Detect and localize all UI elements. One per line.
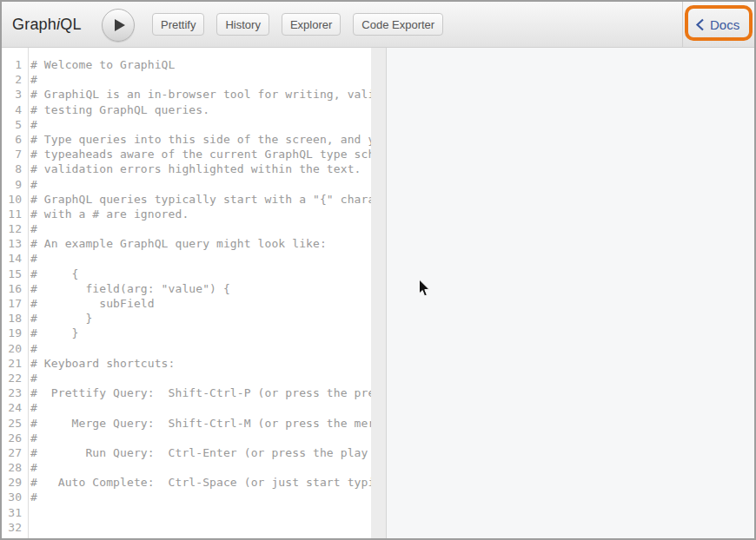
line-number: 19 — [2, 326, 28, 340]
line-number: 29 — [2, 475, 28, 490]
code-line: # — [30, 400, 371, 415]
line-number: 11 — [2, 207, 28, 221]
line-number: 27 — [2, 445, 28, 460]
code-line: # Prettify Query: Shift-Ctrl-P (or press… — [30, 385, 371, 400]
code-line: # Merge Query: Shift-Ctrl-M (or press th… — [30, 416, 371, 431]
code-line: # — [30, 490, 371, 504]
query-editor-pane[interactable]: 1234567891011121314151617181920212223242… — [2, 48, 371, 538]
result-pane — [387, 48, 754, 538]
docs-button[interactable]: Docs — [695, 2, 739, 47]
code-line: # An example GraphQL query might look li… — [30, 236, 371, 251]
line-number: 23 — [2, 385, 28, 400]
line-number: 2 — [2, 72, 28, 87]
line-number: 30 — [2, 490, 28, 504]
code-line: # subField — [30, 296, 371, 311]
code-line: # — [30, 431, 371, 445]
line-number: 15 — [2, 267, 28, 281]
line-number: 1 — [2, 57, 28, 72]
line-number: 3 — [2, 87, 28, 102]
line-number: 17 — [2, 296, 28, 311]
line-number: 10 — [2, 192, 28, 207]
line-number: 22 — [2, 371, 28, 385]
line-number: 24 — [2, 400, 28, 415]
logo-text-graph: Graph — [12, 16, 56, 34]
line-number: 16 — [2, 281, 28, 296]
app-logo: GraphiQL — [12, 2, 82, 47]
main-content: 1234567891011121314151617181920212223242… — [2, 48, 754, 538]
code-line: # field(arg: "value") { — [30, 281, 371, 296]
code-line: # — [30, 371, 371, 385]
line-number: 28 — [2, 460, 28, 475]
toolbar-buttons: Prettify History Explorer Code Exporter — [152, 13, 443, 36]
line-number: 12 — [2, 221, 28, 236]
explorer-button[interactable]: Explorer — [282, 13, 341, 36]
line-number: 20 — [2, 341, 28, 356]
line-number: 31 — [2, 505, 28, 520]
code-line: # — [30, 117, 371, 132]
editor-code[interactable]: # Welcome to GraphiQL## GraphiQL is an i… — [29, 48, 371, 538]
code-line: # } — [30, 326, 371, 340]
line-number: 5 — [2, 117, 28, 132]
code-line: # } — [30, 311, 371, 326]
line-number: 6 — [2, 132, 28, 147]
line-number: 4 — [2, 102, 28, 117]
code-line: # { — [30, 267, 371, 281]
line-number: 26 — [2, 431, 28, 445]
logo-text-ql: QL — [60, 16, 81, 34]
line-number: 25 — [2, 416, 28, 431]
code-line: # with a # are ignored. — [30, 207, 371, 221]
line-number: 7 — [2, 147, 28, 161]
code-line: # — [30, 72, 371, 87]
line-number: 14 — [2, 251, 28, 266]
play-icon — [114, 18, 126, 32]
code-line: # testing GraphQL queries. — [30, 102, 371, 117]
execute-query-button[interactable] — [102, 9, 135, 42]
code-line: # GraphiQL is an in-browser tool for wri… — [30, 87, 371, 102]
code-line: # — [30, 251, 371, 266]
editor-gutter: 1234567891011121314151617181920212223242… — [2, 48, 29, 538]
code-line: # — [30, 221, 371, 236]
chevron-left-icon — [695, 18, 705, 31]
code-line: # Auto Complete: Ctrl-Space (or just sta… — [30, 475, 371, 490]
toolbar: GraphiQL Prettify History Explorer Code … — [2, 2, 754, 48]
history-button[interactable]: History — [216, 13, 269, 36]
line-number: 18 — [2, 311, 28, 326]
code-line: # Welcome to GraphiQL — [30, 57, 371, 72]
code-line: # GraphQL queries typically start with a… — [30, 192, 371, 207]
code-line — [30, 520, 371, 535]
code-line: # Type queries into this side of the scr… — [30, 132, 371, 147]
code-line — [30, 505, 371, 520]
code-line: # Run Query: Ctrl-Enter (or press the pl… — [30, 445, 371, 460]
docs-button-label: Docs — [710, 17, 739, 32]
code-line: # — [30, 177, 371, 192]
pane-resize-divider[interactable] — [371, 48, 387, 538]
graphiql-window: GraphiQL Prettify History Explorer Code … — [0, 0, 756, 540]
code-line: # — [30, 341, 371, 356]
prettify-button[interactable]: Prettify — [152, 13, 204, 36]
code-line: # typeaheads aware of the current GraphQ… — [30, 147, 371, 161]
code-line: # validation errors highlighted within t… — [30, 161, 371, 176]
line-number: 13 — [2, 236, 28, 251]
code-exporter-button[interactable]: Code Exporter — [353, 13, 443, 36]
line-number: 9 — [2, 177, 28, 192]
line-number: 21 — [2, 356, 28, 371]
line-number: 8 — [2, 161, 28, 176]
toolbar-section-divider — [682, 2, 683, 47]
code-line: # — [30, 460, 371, 475]
code-line: # Keyboard shortcuts: — [30, 356, 371, 371]
line-number: 32 — [2, 520, 28, 535]
